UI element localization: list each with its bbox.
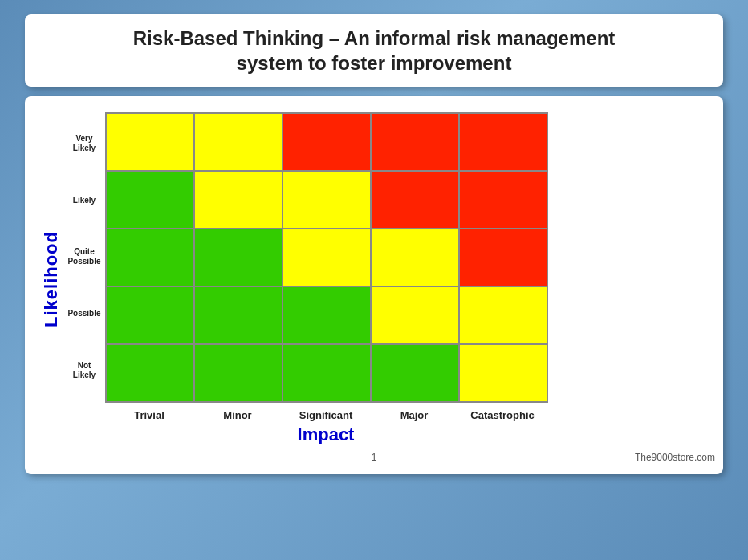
cell-r4-c4 <box>459 344 547 402</box>
row-label-3: Possible <box>67 309 102 319</box>
page-title: Risk-Based Thinking – An informal risk m… <box>49 26 699 75</box>
cell-r2-c1 <box>194 229 283 286</box>
brand-text: The9000store.com <box>488 452 715 463</box>
cell-r3-c2 <box>283 286 371 344</box>
cell-r2-c3 <box>371 229 459 286</box>
cell-r4-c2 <box>283 344 371 402</box>
cell-r0-c0 <box>106 113 194 171</box>
footer: 1 The9000store.com <box>25 452 723 463</box>
row-label-0: VeryLikely <box>67 134 102 153</box>
cell-r0-c2 <box>283 113 371 171</box>
page-number: 1 <box>260 452 487 463</box>
cell-r0-c1 <box>194 113 283 171</box>
title-line1: Risk-Based Thinking – An informal risk m… <box>133 27 616 49</box>
cell-r3-c3 <box>371 286 459 344</box>
cell-r1-c0 <box>106 171 194 229</box>
matrix-container: Likelihood VeryLikelyLikelyQuitePossible… <box>41 112 707 445</box>
cell-r4-c3 <box>371 344 459 402</box>
risk-matrix-grid <box>105 112 548 403</box>
row-label-2: QuitePossible <box>67 247 102 266</box>
cell-r0-c4 <box>459 113 547 171</box>
col-label-3: Major <box>370 409 458 421</box>
row-label-1: Likely <box>67 196 102 205</box>
cell-r0-c3 <box>371 113 459 171</box>
cell-r2-c0 <box>106 229 194 286</box>
col-label-0: Trivial <box>105 409 193 421</box>
col-label-4: Catastrophic <box>458 409 547 421</box>
cell-r1-c3 <box>371 171 459 229</box>
cell-r2-c2 <box>283 229 371 286</box>
cell-r1-c4 <box>459 171 547 229</box>
cell-r1-c2 <box>283 171 371 229</box>
cell-r3-c1 <box>194 286 283 344</box>
cell-r4-c0 <box>106 344 194 402</box>
col-label-1: Minor <box>193 409 282 421</box>
y-axis-label: Likelihood <box>41 231 62 327</box>
col-label-2: Significant <box>282 409 370 421</box>
cell-r3-c0 <box>106 286 194 344</box>
main-card: Likelihood VeryLikelyLikelyQuitePossible… <box>25 96 723 474</box>
title-box: Risk-Based Thinking – An informal risk m… <box>25 14 723 87</box>
grid-wrapper: TrivialMinorSignificantMajorCatastrophic… <box>105 112 548 445</box>
row-label-4: Not Likely <box>67 361 102 380</box>
cell-r3-c4 <box>459 286 547 344</box>
matrix-and-rows: VeryLikelyLikelyQuitePossiblePossibleNot… <box>67 112 548 445</box>
row-labels: VeryLikelyLikelyQuitePossiblePossibleNot… <box>67 112 102 401</box>
cell-r4-c1 <box>194 344 283 402</box>
x-axis-label: Impact <box>105 424 547 445</box>
cell-r2-c4 <box>459 229 547 286</box>
cell-r1-c1 <box>194 171 283 229</box>
col-labels: TrivialMinorSignificantMajorCatastrophic <box>105 409 547 421</box>
title-line2: system to foster improvement <box>237 52 512 74</box>
